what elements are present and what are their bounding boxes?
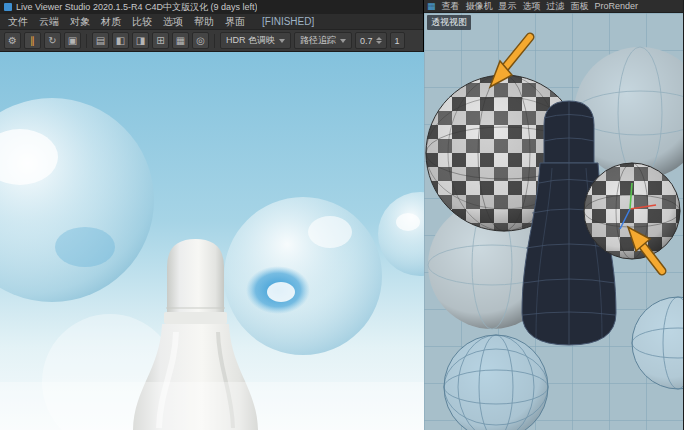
menu-options[interactable]: 选项 xyxy=(163,15,183,29)
viewport-menubar: ▦ 查看 摄像机 显示 选项 过滤 面板 ProRender xyxy=(424,0,683,13)
menu-interface[interactable]: 界面 xyxy=(225,15,245,29)
live-viewer-panel: Live Viewer Studio 2020.1.5-R4 C4D中文版汉化 … xyxy=(0,0,424,430)
viewport-panel: ▦ 查看 摄像机 显示 选项 过滤 面板 ProRender xyxy=(424,0,683,430)
menu-file[interactable]: 文件 xyxy=(8,15,28,29)
menu-material[interactable]: 材质 xyxy=(101,15,121,29)
menu-display[interactable]: 显示 xyxy=(499,0,517,13)
chevron-down-icon xyxy=(340,39,346,43)
ratio-stepper[interactable]: 0.7 xyxy=(355,32,387,49)
sphere-blue-bottom[interactable] xyxy=(444,335,548,430)
spinner-icon[interactable] xyxy=(376,37,382,44)
render-mode-dropdown[interactable]: 路径追踪 xyxy=(294,32,352,49)
menu-help[interactable]: 帮助 xyxy=(194,15,214,29)
tone-mapping-dropdown[interactable]: HDR 色调映 xyxy=(220,32,291,49)
titlebar[interactable]: Live Viewer Studio 2020.1.5-R4 C4D中文版汉化 … xyxy=(0,0,423,14)
menubar: 文件 云端 对象 材质 比较 选项 帮助 界面 [FINISHED] xyxy=(0,14,423,30)
viewport-menu-icon: ▦ xyxy=(427,2,436,11)
bounce-value: 1 xyxy=(395,36,400,46)
perspective-viewport[interactable]: 透视视图 xyxy=(424,13,683,430)
menu-view-options[interactable]: 选项 xyxy=(523,0,541,13)
lock-icon[interactable]: ▣ xyxy=(64,32,81,49)
settings-icon[interactable]: ⚙ xyxy=(4,32,21,49)
ratio-value: 0.7 xyxy=(360,36,373,46)
split-right-icon[interactable]: ◨ xyxy=(132,32,149,49)
pause-icon[interactable]: ∥ xyxy=(24,32,41,49)
menu-cloud[interactable]: 云端 xyxy=(39,15,59,29)
target-icon[interactable]: ◎ xyxy=(192,32,209,49)
refresh-icon[interactable]: ↻ xyxy=(44,32,61,49)
render-preview-scene xyxy=(0,52,424,430)
split-left-icon[interactable]: ◧ xyxy=(112,32,129,49)
glass-sphere-right xyxy=(224,197,382,355)
menu-camera[interactable]: 摄像机 xyxy=(466,0,493,13)
toolbar: ⚙ ∥ ↻ ▣ ▤ ◧ ◨ ⊞ ▦ ◎ HDR 色调映 路径追踪 0.7 xyxy=(0,30,423,52)
viewport-scene xyxy=(424,13,683,430)
window-title: Live Viewer Studio 2020.1.5-R4 C4D中文版汉化 … xyxy=(16,1,257,14)
fog-overlay xyxy=(0,382,424,430)
menu-filter[interactable]: 过滤 xyxy=(547,0,565,13)
bounce-stepper[interactable]: 1 xyxy=(390,32,405,49)
menu-view[interactable]: 查看 xyxy=(442,0,460,13)
render-preview-canvas[interactable] xyxy=(0,52,424,430)
tone-mapping-label: HDR 色调映 xyxy=(226,34,275,47)
menu-compare[interactable]: 比较 xyxy=(132,15,152,29)
viewport-label[interactable]: 透视视图 xyxy=(427,15,471,30)
grid-icon[interactable]: ⊞ xyxy=(152,32,169,49)
toolbar-separator xyxy=(214,34,215,48)
toolbar-separator xyxy=(86,34,87,48)
menu-object[interactable]: 对象 xyxy=(70,15,90,29)
render-region-icon[interactable]: ▤ xyxy=(92,32,109,49)
app-window: Live Viewer Studio 2020.1.5-R4 C4D中文版汉化 … xyxy=(0,0,684,430)
sphere-checkered-small[interactable] xyxy=(584,163,680,259)
render-status-finished: [FINISHED] xyxy=(262,16,314,27)
menu-panel[interactable]: 面板 xyxy=(571,0,589,13)
app-icon xyxy=(4,3,12,11)
texture-icon[interactable]: ▦ xyxy=(172,32,189,49)
menu-prorender[interactable]: ProRender xyxy=(595,1,639,11)
render-mode-label: 路径追踪 xyxy=(300,34,336,47)
chevron-down-icon xyxy=(279,39,285,43)
